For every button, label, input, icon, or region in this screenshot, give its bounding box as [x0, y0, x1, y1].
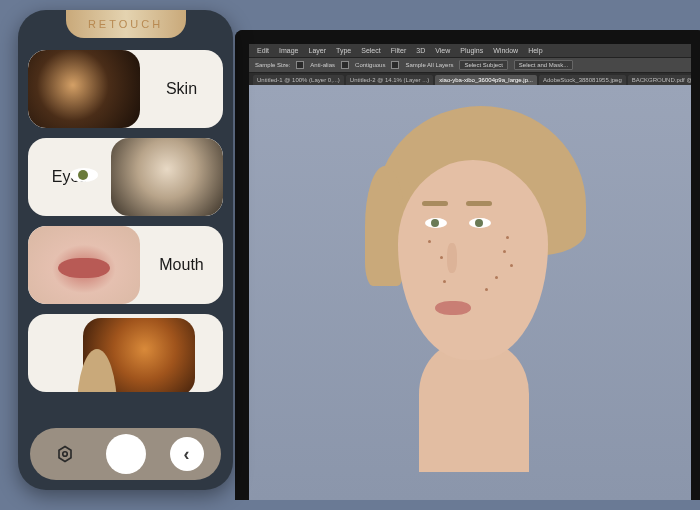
menu-select[interactable]: Select — [361, 47, 380, 54]
tool-label: Eyes — [28, 168, 111, 186]
menu-image[interactable]: Image — [279, 47, 298, 54]
tab-doc-2[interactable]: Untitled-2 @ 14.1% (Layer ...) — [346, 75, 433, 85]
mouth-thumbnail — [28, 226, 140, 304]
anti-alias-label: Anti-alias — [310, 62, 335, 68]
menu-type[interactable]: Type — [336, 47, 351, 54]
tab-doc-3[interactable]: xiao-yba-xibo_36004p9a_large.jp... — [435, 75, 537, 85]
settings-button[interactable] — [48, 437, 82, 471]
sample-all-checkbox[interactable] — [391, 61, 399, 69]
tool-mouth[interactable]: Mouth — [28, 226, 223, 304]
menu-3d[interactable]: 3D — [416, 47, 425, 54]
menu-plugins[interactable]: Plugins — [460, 47, 483, 54]
app-title: RETOUCH — [88, 18, 163, 30]
tab-doc-1[interactable]: Untitled-1 @ 100% (Layer 0,...) — [253, 75, 344, 85]
menu-layer[interactable]: Layer — [309, 47, 327, 54]
tool-eyes[interactable]: Eyes — [28, 138, 223, 216]
select-subject-button[interactable]: Select Subject — [459, 60, 507, 70]
tool-label: Skin — [140, 80, 223, 98]
sample-all-label: Sample All Layers — [405, 62, 453, 68]
canvas[interactable] — [249, 85, 691, 500]
phone-header: RETOUCH — [66, 10, 186, 38]
sample-size-label: Sample Size: — [255, 62, 290, 68]
menu-bar: Edit Image Layer Type Select Filter 3D V… — [249, 44, 691, 57]
contiguous-checkbox[interactable] — [341, 61, 349, 69]
hair-thumbnail — [83, 318, 195, 392]
menu-edit[interactable]: Edit — [257, 47, 269, 54]
document-tabs: Untitled-1 @ 100% (Layer 0,...) Untitled… — [249, 73, 691, 85]
svg-marker-0 — [59, 447, 71, 462]
desktop-monitor: Edit Image Layer Type Select Filter 3D V… — [235, 30, 700, 500]
back-button[interactable]: ‹ — [170, 437, 204, 471]
tab-doc-4[interactable]: AdobeStock_388081955.jpeg — [539, 75, 626, 85]
tab-doc-5[interactable]: BACKGROUND.pdf @ 100% — [628, 75, 691, 85]
menu-view[interactable]: View — [435, 47, 450, 54]
phone-dock: ‹ — [30, 428, 221, 480]
anti-alias-checkbox[interactable] — [296, 61, 304, 69]
menu-window[interactable]: Window — [493, 47, 518, 54]
settings-icon — [56, 445, 74, 463]
retouch-tool-list: Skin Eyes Mouth Hair — [28, 50, 223, 420]
tool-skin[interactable]: Skin — [28, 50, 223, 128]
skin-thumbnail — [28, 50, 140, 128]
options-bar: Sample Size: Anti-alias Contiguous Sampl… — [249, 57, 691, 73]
chevron-left-icon: ‹ — [184, 444, 190, 465]
svg-point-1 — [62, 452, 67, 457]
tool-hair[interactable]: Hair — [28, 314, 223, 392]
menu-filter[interactable]: Filter — [391, 47, 407, 54]
shutter-button[interactable] — [106, 434, 146, 474]
select-mask-button[interactable]: Select and Mask... — [514, 60, 573, 70]
phone-frame: RETOUCH Skin Eyes Mouth Hair ‹ — [18, 10, 233, 490]
photoshop-window: Edit Image Layer Type Select Filter 3D V… — [249, 44, 691, 500]
menu-help[interactable]: Help — [528, 47, 542, 54]
eyes-thumbnail — [111, 138, 223, 216]
tool-label: Mouth — [140, 256, 223, 274]
portrait-image — [289, 85, 599, 500]
contiguous-label: Contiguous — [355, 62, 385, 68]
